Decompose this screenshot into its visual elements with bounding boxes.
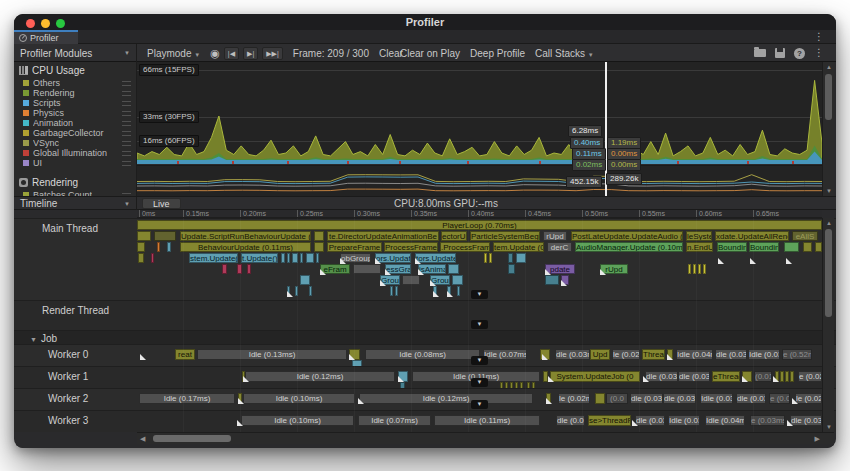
timeline-bar[interactable]: xdate.UpdateAllRenderer [715,231,789,241]
timeline-bar[interactable]: ThreadD [642,349,665,360]
timeline-bar[interactable]: Idle (0.10ms) [243,393,355,404]
timeline-bar[interactable] [167,242,171,252]
timeline-bar[interactable] [688,264,691,274]
timeline-bar[interactable] [309,286,312,296]
timeline-bar[interactable]: Update.ScriptRunBehaviourUpdate (0.11ms) [180,231,311,241]
drag-handle-icon[interactable] [122,151,131,156]
save-profile-icon[interactable] [775,48,785,58]
timeline-bar[interactable]: le (0.02m [795,393,822,404]
timeline-bar[interactable]: dle (0.03ms [555,349,590,360]
help-icon[interactable]: ? [794,48,805,59]
profiler-modules-dropdown[interactable]: Profiler Modules ▼ [14,44,137,62]
load-profile-icon[interactable] [754,49,766,57]
clear-on-play-toggle[interactable]: Clear on Play [400,48,460,59]
timeline-bar[interactable]: te.DirectorUpdateAnimationBe [327,231,439,241]
timeline-bar[interactable] [222,264,227,274]
timeline-bar[interactable] [448,264,459,274]
cpu-usage-chart[interactable]: 66ms (15FPS)33ms (30FPS)16ms (60FPS) [137,62,822,164]
timeline-bar[interactable]: Idle (0.04ms) [676,349,713,360]
timeline-bar[interactable]: Idle (0.12ms) [359,393,533,404]
scrollbar-thumb[interactable] [825,74,832,120]
drag-handle-icon[interactable] [122,111,131,116]
timeline-bar[interactable] [395,286,398,296]
rendering-chart[interactable] [137,165,822,196]
timeline-bar[interactable] [314,231,324,241]
tab-profiler[interactable]: Profiler [14,30,78,44]
titlebar[interactable]: Profiler [14,14,836,30]
timeline-bar[interactable] [281,253,285,263]
timeline-bar[interactable] [137,231,151,241]
timeline-bar[interactable]: dle (0.03ms) [715,349,747,360]
timeline-bar[interactable] [595,393,605,404]
timeline-bar[interactable]: t.Update() [241,253,278,263]
chart-vertical-scrollbar[interactable]: ▲ ▼ [822,62,834,196]
timeline-bar[interactable]: eThreadDa [712,371,740,382]
prev-frame-button[interactable]: |◀ [224,47,239,60]
expand-more-indicator[interactable]: ▼ [471,320,488,329]
drag-handle-icon[interactable] [122,81,131,86]
current-frame-button[interactable]: ▶▶| [262,47,283,60]
scrollbar-thumb[interactable] [153,435,231,442]
module-item-global-illumination[interactable]: Global Illumination [14,148,136,158]
timeline-bar[interactable]: Idle (0.07ms) [483,349,527,360]
timeline-bar[interactable]: BoundingV [717,242,747,252]
timeline-bar[interactable]: le (0.02m [612,349,640,360]
scrollbar-thumb[interactable] [825,229,832,317]
timeline-bar[interactable]: PostLateUpdate.UpdateAudio (0.10ms) [571,231,683,241]
playmode-dropdown[interactable]: Playmode ▼ [147,48,200,59]
timeline-bar[interactable]: .ProcessFrame ( [440,242,490,252]
timeline-bar[interactable] [151,253,154,263]
timeline-bar[interactable]: le (0.02m [558,393,590,404]
timeline-bar[interactable]: e (0.02m [769,393,790,404]
timeline-bar[interactable] [508,253,513,263]
drag-handle-icon[interactable] [122,91,131,96]
expand-more-indicator[interactable]: ▼ [471,378,488,387]
timeline-bar[interactable] [780,371,784,382]
module-header-cpu-usage[interactable]: CPU Usage [14,62,136,78]
scroll-up-icon[interactable]: ▲ [823,219,835,227]
timeline-bar[interactable]: dle (0.03ms [790,415,822,426]
timeline-bar[interactable] [452,275,463,285]
timeline-bar[interactable]: dle (0.03ms) [663,393,696,404]
timeline-bar[interactable] [489,253,492,263]
timeline-bar[interactable] [390,286,393,296]
timeline-bar[interactable] [287,253,290,263]
timeline-bar[interactable] [154,231,176,241]
drag-handle-icon[interactable] [122,121,131,126]
timeline-bar[interactable] [247,264,251,274]
drag-handle-icon[interactable] [122,131,131,136]
timeline-bar[interactable]: Idle (0.07ms) [358,415,431,426]
timeline-bar[interactable]: BehaviourUpdate (0.11ms) [180,242,311,252]
timeline-bar[interactable]: eAllS [792,231,818,241]
record-button[interactable]: ◉ [210,48,220,59]
timeline-bar[interactable]: rUpd [543,231,567,241]
timeline-bar[interactable] [138,253,144,263]
timeline-bar[interactable] [300,253,303,263]
timeline-bar[interactable] [306,253,314,263]
timeline-bar[interactable]: tors.Update (0.0 [415,253,456,263]
deep-profile-toggle[interactable]: Deep Profile [470,48,525,59]
timeline-horizontal-scrollbar[interactable]: ◀ ▶ [137,432,834,444]
timeline-bar[interactable] [785,371,789,382]
timeline-bar[interactable] [316,253,319,263]
timeline-bar[interactable]: reat [175,349,195,360]
timeline-bar[interactable] [353,264,381,274]
timeline-vertical-scrollbar[interactable]: ▲ ▼ [822,218,834,432]
timeline-bar[interactable] [457,286,460,296]
call-stacks-dropdown[interactable]: Call Stacks ▼ [535,48,594,59]
drag-handle-icon[interactable] [122,161,131,166]
scroll-down-icon[interactable]: ▼ [823,423,835,431]
timeline-bar[interactable]: dle (0.03ms) [630,393,663,404]
timeline-bar[interactable] [545,275,559,285]
timeline-ruler[interactable]: 0ms0.15ms0.20ms0.25ms0.30ms0.35ms0.40ms0… [137,210,822,218]
timeline-bar[interactable]: dle (0.03ms) [645,371,678,382]
next-frame-button[interactable]: ▶| [243,47,258,60]
expand-more-indicator[interactable]: ▼ [471,290,488,299]
timeline-bar[interactable]: n.EndUpda [686,242,713,252]
module-item-garbagecollector[interactable]: GarbageCollector [14,128,136,138]
timeline-bar[interactable]: derC [547,242,572,252]
module-item-vsync[interactable]: VSync [14,138,136,148]
timeline-bar[interactable]: ectorUpdateAnim [441,231,467,241]
expand-more-indicator[interactable]: ▼ [471,400,488,409]
timeline-bar[interactable]: Idle (0.17ms) [139,393,235,404]
